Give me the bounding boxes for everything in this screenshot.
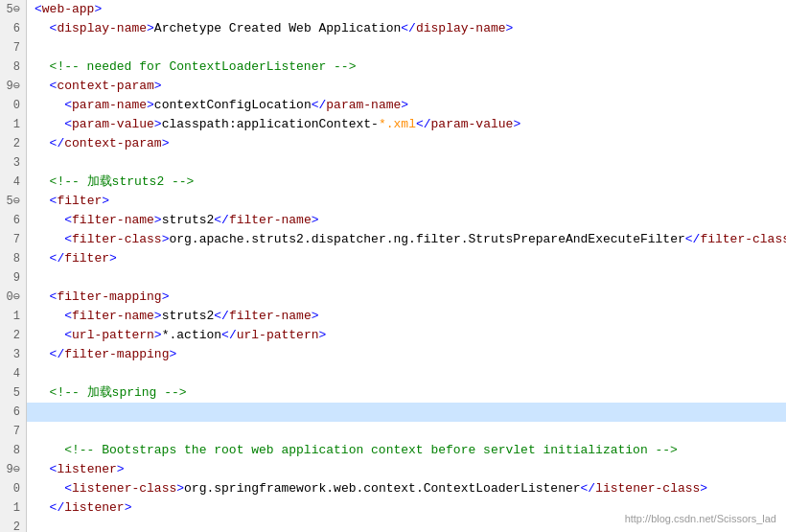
line-content: [27, 422, 786, 441]
code-line: 8 <!-- needed for ContextLoaderListener …: [0, 58, 786, 77]
line-number: 6: [0, 19, 27, 38]
line-number: 1: [0, 115, 27, 134]
line-content: <!-- needed for ContextLoaderListener --…: [27, 58, 786, 77]
line-number: 8: [0, 249, 27, 268]
code-line: 0 <param-name>contextConfigLocation</par…: [0, 96, 786, 115]
code-line: 3 </filter-mapping>: [0, 345, 786, 364]
code-line: 4 <!-- 加载struts2 -->: [0, 173, 786, 192]
watermark: http://blog.csdn.net/Scissors_lad: [625, 513, 776, 524]
line-content: </filter>: [27, 249, 786, 268]
line-content: <listener>: [27, 460, 786, 479]
line-number: 9⊖: [0, 460, 27, 479]
line-content: <display-name>Archetype Created Web Appl…: [27, 19, 786, 38]
code-line: 7: [0, 38, 786, 58]
line-number: 5: [0, 383, 27, 403]
line-number: 5⊖: [0, 192, 27, 211]
line-number: 7: [0, 422, 27, 441]
line-number: 6: [0, 211, 27, 230]
line-content: <filter-mapping>: [27, 288, 786, 307]
line-content: [27, 153, 786, 173]
code-line: 7 <filter-class>org.apache.struts2.dispa…: [0, 230, 786, 249]
code-lines: 5⊖<web-app>6 <display-name>Archetype Cre…: [0, 0, 786, 532]
line-number: 2: [0, 326, 27, 345]
line-content: <listener-class>org.springframework.web.…: [27, 479, 786, 498]
line-number: 2: [0, 134, 27, 153]
line-content: <param-value>classpath:applicationContex…: [27, 115, 786, 134]
line-number: 1: [0, 307, 27, 326]
line-content: <!-- Bootstraps the root web application…: [27, 441, 786, 460]
line-number: 0: [0, 479, 27, 498]
line-number: 5⊖: [0, 0, 27, 19]
line-number: 7: [0, 230, 27, 249]
line-content: [27, 364, 786, 383]
line-content: </context-param>: [27, 134, 786, 153]
line-number: 6: [0, 403, 27, 422]
code-line: 3: [0, 153, 786, 173]
code-line: 9⊖ <listener>: [0, 460, 786, 479]
line-content: <filter-class>org.apache.struts2.dispatc…: [27, 230, 786, 249]
line-number: 2: [0, 518, 27, 532]
code-line: 2 </context-param>: [0, 134, 786, 153]
code-line: 1 <param-value>classpath:applicationCont…: [0, 115, 786, 134]
line-content: <!-- 加载struts2 -->: [27, 173, 786, 192]
line-content: [27, 38, 786, 58]
line-content: [27, 403, 786, 422]
code-line: 9⊖ <context-param>: [0, 77, 786, 96]
line-content: <filter>: [27, 192, 786, 211]
line-content: <param-name>contextConfigLocation</param…: [27, 96, 786, 115]
code-line: 0⊖ <filter-mapping>: [0, 288, 786, 307]
code-line: 6 <filter-name>struts2</filter-name>: [0, 211, 786, 230]
line-number: 9⊖: [0, 77, 27, 96]
line-content: <context-param>: [27, 77, 786, 96]
code-line: 8 </filter>: [0, 249, 786, 268]
code-line: 6 <display-name>Archetype Created Web Ap…: [0, 19, 786, 38]
line-content: <filter-name>struts2</filter-name>: [27, 211, 786, 230]
line-content: [27, 268, 786, 288]
line-number: 1: [0, 498, 27, 518]
line-number: 4: [0, 364, 27, 383]
line-number: 8: [0, 441, 27, 460]
code-line: 1 <filter-name>struts2</filter-name>: [0, 307, 786, 326]
code-line: 7: [0, 422, 786, 441]
code-line: 8 <!-- Bootstraps the root web applicati…: [0, 441, 786, 460]
line-content: <web-app>: [27, 0, 786, 19]
line-number: 3: [0, 345, 27, 364]
code-line: 5 <!-- 加载spring -->: [0, 383, 786, 403]
line-number: 0: [0, 96, 27, 115]
line-number: 7: [0, 38, 27, 58]
line-number: 0⊖: [0, 288, 27, 307]
line-number: 9: [0, 268, 27, 288]
code-line: 6: [0, 403, 786, 422]
code-line: 9: [0, 268, 786, 288]
line-number: 3: [0, 153, 27, 173]
line-number: 4: [0, 173, 27, 192]
line-content: <!-- 加载spring -->: [27, 383, 786, 403]
code-line: 0 <listener-class>org.springframework.we…: [0, 479, 786, 498]
line-content: <url-pattern>*.action</url-pattern>: [27, 326, 786, 345]
line-content: </filter-mapping>: [27, 345, 786, 364]
line-number: 8: [0, 58, 27, 77]
code-line: 2 <url-pattern>*.action</url-pattern>: [0, 326, 786, 345]
code-line: 5⊖<web-app>: [0, 0, 786, 19]
code-editor: 5⊖<web-app>6 <display-name>Archetype Cre…: [0, 0, 786, 532]
code-line: 5⊖ <filter>: [0, 192, 786, 211]
code-line: 4: [0, 364, 786, 383]
line-content: <filter-name>struts2</filter-name>: [27, 307, 786, 326]
